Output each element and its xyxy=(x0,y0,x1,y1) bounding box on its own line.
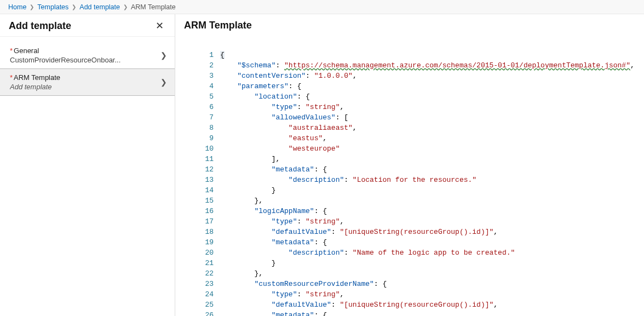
breadcrumb-link[interactable]: Home xyxy=(8,3,26,11)
line-number: 3 xyxy=(192,71,214,81)
line-number: 4 xyxy=(192,81,214,91)
code-line[interactable]: "metadata": { xyxy=(220,310,637,316)
code-line[interactable]: "metadata": { xyxy=(220,237,637,248)
sidebar-nav: *GeneralCustomProviderResourceOnboar...❯… xyxy=(0,37,175,96)
line-number: 22 xyxy=(192,268,214,279)
chevron-right-icon: ❯ xyxy=(160,51,167,60)
line-number: 16 xyxy=(192,206,214,216)
chevron-right-icon: ❯ xyxy=(30,4,34,10)
code-line[interactable]: "parameters": { xyxy=(220,81,637,91)
chevron-right-icon: ❯ xyxy=(72,4,76,10)
main-blade: ARM Template 123456789101112131415161718… xyxy=(175,14,644,316)
code-line[interactable]: "customResourceProviderName": { xyxy=(220,279,637,289)
editor-cursor: { xyxy=(220,51,225,59)
breadcrumb-link[interactable]: Templates xyxy=(37,3,68,11)
code-editor[interactable]: 1234567891011121314151617181920212223242… xyxy=(192,50,637,316)
code-line[interactable]: "type": "string", xyxy=(220,216,637,227)
line-number: 5 xyxy=(192,91,214,102)
code-line[interactable]: "westeurope" xyxy=(220,143,637,154)
chevron-right-icon: ❯ xyxy=(123,4,128,10)
code-line[interactable]: "defaultValue": "[uniqueString(resourceG… xyxy=(220,227,637,237)
line-number: 25 xyxy=(192,300,214,310)
line-number: 17 xyxy=(192,216,214,227)
editor-gutter: 1234567891011121314151617181920212223242… xyxy=(192,50,220,316)
line-number: 1 xyxy=(192,50,214,60)
line-number: 10 xyxy=(192,143,214,154)
line-number: 24 xyxy=(192,289,214,300)
line-number: 11 xyxy=(192,154,214,164)
line-number: 7 xyxy=(192,112,214,123)
chevron-right-icon: ❯ xyxy=(160,78,167,87)
required-star-icon: * xyxy=(10,73,13,82)
breadcrumb-current: ARM Template xyxy=(131,3,176,11)
code-line[interactable]: "location": { xyxy=(220,91,637,102)
code-line[interactable]: }, xyxy=(220,196,637,206)
schema-link[interactable]: "https://schema.management.azure.com/sch… xyxy=(284,61,630,70)
line-number: 9 xyxy=(192,133,214,143)
line-number: 20 xyxy=(192,248,214,258)
code-line[interactable]: "australiaeast", xyxy=(220,123,637,133)
line-number: 18 xyxy=(192,227,214,237)
breadcrumb: Home ❯ Templates ❯ Add template ❯ ARM Te… xyxy=(0,0,644,14)
code-line[interactable]: "type": "string", xyxy=(220,102,637,112)
sidebar-item-general[interactable]: *GeneralCustomProviderResourceOnboar...❯ xyxy=(0,42,175,69)
code-line[interactable]: ], xyxy=(220,154,637,164)
sidebar-blade: Add template ✕ *GeneralCustomProviderRes… xyxy=(0,14,175,316)
line-number: 8 xyxy=(192,123,214,133)
code-line[interactable]: "description": "Name of the logic app to… xyxy=(220,248,637,258)
code-line[interactable]: "logicAppName": { xyxy=(220,206,637,216)
sidebar-header: Add template ✕ xyxy=(0,14,175,37)
code-line[interactable]: { xyxy=(220,50,637,60)
main-header: ARM Template xyxy=(175,14,644,33)
code-line[interactable]: "defaultValue": "[uniqueString(resourceG… xyxy=(220,300,637,310)
code-line[interactable]: "description": "Location for the resourc… xyxy=(220,175,637,185)
line-number: 14 xyxy=(192,185,214,196)
close-icon[interactable]: ✕ xyxy=(153,20,166,32)
nav-item-sub: CustomProviderResourceOnboar... xyxy=(10,55,147,64)
code-line[interactable]: "contentVersion": "1.0.0.0", xyxy=(220,71,637,81)
line-number: 23 xyxy=(192,279,214,289)
nav-item-sub: Add template xyxy=(10,82,147,91)
line-number: 21 xyxy=(192,258,214,268)
line-number: 26 xyxy=(192,310,214,316)
editor-code[interactable]: { "$schema": "https://schema.management.… xyxy=(220,50,637,316)
nav-item-label: *ARM Template xyxy=(10,73,165,82)
code-line[interactable]: "eastus", xyxy=(220,133,637,143)
sidebar-item-arm-template[interactable]: *ARM TemplateAdd template❯ xyxy=(0,68,175,96)
line-number: 19 xyxy=(192,237,214,248)
required-star-icon: * xyxy=(10,47,13,55)
line-number: 12 xyxy=(192,164,214,175)
line-number: 13 xyxy=(192,175,214,185)
line-number: 15 xyxy=(192,196,214,206)
code-line[interactable]: "metadata": { xyxy=(220,164,637,175)
code-line[interactable]: }, xyxy=(220,268,637,279)
line-number: 2 xyxy=(192,60,214,71)
nav-item-label: *General xyxy=(10,47,165,55)
code-line[interactable]: } xyxy=(220,258,637,268)
code-line[interactable]: "$schema": "https://schema.management.az… xyxy=(220,60,637,71)
line-number: 6 xyxy=(192,102,214,112)
code-line[interactable]: "allowedValues": [ xyxy=(220,112,637,123)
sidebar-title: Add template xyxy=(9,20,153,32)
main-title: ARM Template xyxy=(184,20,635,31)
code-line[interactable]: } xyxy=(220,185,637,196)
code-line[interactable]: "type": "string", xyxy=(220,289,637,300)
breadcrumb-link[interactable]: Add template xyxy=(79,3,120,11)
